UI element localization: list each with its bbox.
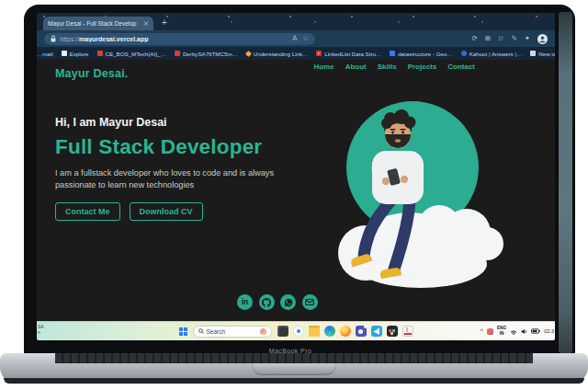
bing-chat-icon [260, 328, 266, 335]
chat-icon[interactable] [293, 326, 304, 337]
task-view-icon[interactable] [277, 326, 288, 337]
person-icon [538, 35, 547, 43]
social-links: in [237, 294, 318, 310]
bookmark-item[interactable]: LinkedList Data Stru… [316, 51, 381, 57]
toolbar-icon-group: ⟳⊞✩✎✦ [472, 35, 530, 42]
browser-tab[interactable]: Mayur Desai - Full Stack Develop × [43, 17, 153, 30]
bookmark-label: DerbySA76TMC5m… [183, 51, 238, 57]
battery-icon[interactable] [531, 328, 540, 334]
laptop-base-edge [4, 378, 584, 384]
linkedin-icon[interactable]: in [237, 294, 253, 310]
bookmark-item[interactable]: Understanding Link… [246, 51, 309, 57]
bookmarks-bar: …mailExploreCE_BOS_MTech(AI)_…DerbySA76T… [37, 47, 555, 60]
extensions-icon[interactable]: ✦ [525, 35, 530, 42]
laptop-lid: Mayur Desai - Full Stack Develop × + htt… [24, 5, 575, 357]
vscode-icon[interactable] [371, 326, 382, 337]
profile-avatar[interactable] [537, 34, 548, 44]
read-aloud-icon[interactable]: A [292, 35, 297, 42]
email-icon[interactable] [302, 294, 318, 310]
hero-illustration [329, 95, 509, 290]
portfolio-page: Mayur Desai. HomeAboutSkillsProjectsCont… [37, 60, 555, 321]
url-host: mayurdesai.vercel.app [79, 36, 149, 42]
bookmark-label: LinkedList Data Stru… [324, 51, 381, 57]
teams-icon[interactable] [356, 326, 367, 337]
nav-item-home[interactable]: Home [313, 63, 334, 71]
bookmark-list: …mailExploreCE_BOS_MTech(AI)_…DerbySA76T… [37, 51, 555, 57]
bookmark-label: …mail [37, 51, 53, 57]
address-bar[interactable]: https://mayurdesai.vercel.app A☆ [44, 33, 315, 45]
wifi-icon[interactable] [510, 328, 517, 335]
bookmark-youtube-icon [316, 51, 322, 56]
file-explorer-icon[interactable] [309, 326, 320, 337]
bookmark-label: Understanding Link… [254, 51, 309, 57]
site-header: Mayur Desai. [55, 67, 555, 80]
history-icon[interactable]: ⟳ [472, 35, 478, 42]
bookmark-diamond-icon [245, 50, 252, 56]
hero-title: Full Stack Developer [55, 135, 301, 159]
tab-title: Mayur Desai - Full Stack Develop [48, 20, 140, 27]
url-protocol: https:// [60, 36, 79, 42]
firefox-icon[interactable] [340, 326, 351, 337]
bookmark-item[interactable]: CE_BOS_MTech(AI)_… [97, 51, 166, 57]
favorites-icon[interactable]: ✩ [498, 35, 503, 42]
collections-icon[interactable]: ✎ [511, 35, 516, 42]
bookmark-pdf-icon [97, 51, 103, 56]
bookmark-item[interactable]: Kahoot | Answers |… [461, 51, 523, 57]
bookmark-item[interactable]: …mail [37, 51, 53, 57]
taskbar-app-icons [277, 326, 413, 337]
bookmark-page-icon [62, 51, 67, 56]
laptop-keyboard [55, 353, 533, 363]
bookmark-label: CE_BOS_MTech(AI)_… [106, 51, 166, 57]
browser-tab-bar: Mayur Desai - Full Stack Develop × + [37, 13, 555, 30]
hero-greeting: Hi, I am Mayur Desai [55, 116, 301, 129]
tab-close-icon[interactable]: × [143, 20, 149, 28]
address-bar-icons: A☆ [292, 35, 309, 42]
bookmark-item[interactable]: Explore [62, 51, 89, 57]
laptop-screen: Mayur Desai - Full Stack Develop × + htt… [37, 13, 555, 340]
language-indicator[interactable]: ENG IN [497, 326, 506, 336]
windows-start-button[interactable] [179, 327, 187, 336]
bookmark-item[interactable]: New tab [530, 51, 555, 57]
svg-text:in: in [242, 297, 249, 306]
nav-item-skills[interactable]: Skills [378, 63, 397, 71]
photoshop-icon[interactable] [387, 326, 398, 337]
url-text: https://mayurdesai.vercel.app [60, 36, 149, 42]
nav-item-contact[interactable]: Contact [447, 63, 475, 71]
bookmark-label: New tab [538, 51, 555, 57]
github-icon[interactable] [259, 294, 275, 310]
hero-description: I am a fullstack developer who loves to … [55, 167, 292, 190]
whatsapp-icon[interactable] [280, 294, 296, 310]
nav-item-about[interactable]: About [345, 63, 367, 71]
text-tool-icon[interactable] [402, 326, 413, 337]
volume-icon[interactable] [521, 328, 527, 335]
toolbar-icons: ⟳⊞✩✎✦ [472, 34, 548, 44]
tray-clock[interactable]: 02:3 [544, 328, 554, 334]
bookmark-item[interactable]: DerbySA76TMC5m… [175, 51, 238, 57]
hero-buttons: Contact MeDownload CV [55, 202, 301, 221]
tray-expand-chevron[interactable]: ^ [481, 328, 483, 335]
bookmark-label: Explore [70, 51, 89, 57]
taskbar-center: Search [179, 326, 413, 338]
site-logo[interactable]: Mayur Desai. [55, 67, 129, 80]
lock-icon [51, 35, 56, 42]
laptop-base [0, 353, 588, 384]
download-cv-button[interactable]: Download CV [130, 202, 203, 221]
laptop-lid-edge [559, 12, 572, 353]
bookmark-blueball-icon [461, 51, 467, 56]
taskbar-search[interactable]: Search [193, 326, 272, 338]
site-nav: HomeAboutSkillsProjectsContact [313, 63, 475, 71]
search-label: Search [207, 328, 226, 335]
bookmark-bluedoc-icon [390, 51, 395, 56]
bookmark-item[interactable]: datastructure - Geo… [390, 51, 453, 57]
tray-app-icon[interactable] [487, 328, 493, 335]
search-icon [198, 328, 204, 334]
contact-me-button[interactable]: Contact Me [55, 202, 120, 221]
system-tray: ^ ENG IN 02:3 [481, 322, 555, 340]
bookmark-label: datastructure - Geo… [398, 51, 453, 57]
new-tab-button[interactable]: + [162, 18, 167, 28]
favorite-star-icon[interactable]: ☆ [302, 35, 309, 42]
edge-browser-icon[interactable] [324, 326, 335, 337]
split-screen-icon[interactable]: ⊞ [485, 35, 491, 42]
browser-toolbar: https://mayurdesai.vercel.app A☆ ⟳⊞✩✎✦ [37, 30, 555, 47]
nav-item-projects[interactable]: Projects [408, 63, 437, 71]
